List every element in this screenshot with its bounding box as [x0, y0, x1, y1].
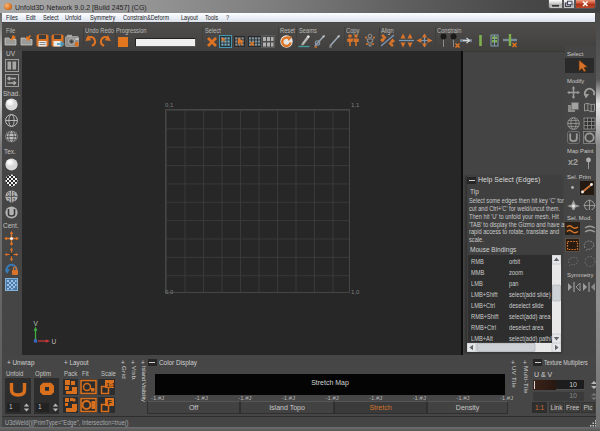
svg-text:U: U: [52, 338, 57, 345]
svg-text:1:1: 1:1: [107, 382, 116, 388]
svg-text:F: F: [108, 399, 113, 406]
svg-text:V: V: [34, 320, 39, 327]
svg-text:3: 3: [13, 197, 16, 203]
svg-text:2: 2: [7, 197, 10, 203]
